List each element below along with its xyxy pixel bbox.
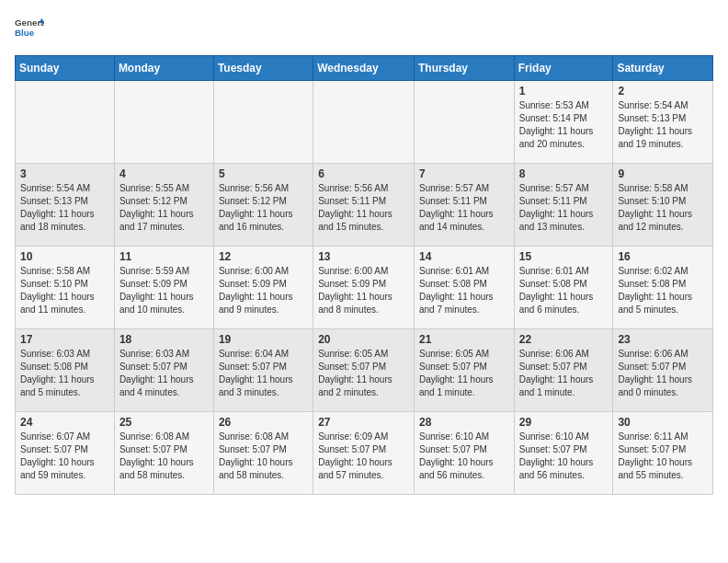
calendar-cell: 19Sunrise: 6:04 AMSunset: 5:07 PMDayligh… (213, 329, 313, 412)
day-number: 14 (419, 250, 509, 263)
calendar-week-row: 1Sunrise: 5:53 AMSunset: 5:14 PMDaylight… (16, 81, 713, 164)
day-info: Sunrise: 6:04 AMSunset: 5:07 PMDaylight:… (219, 348, 308, 399)
day-number: 16 (618, 250, 708, 263)
day-number: 27 (318, 416, 409, 429)
calendar-cell: 6Sunrise: 5:56 AMSunset: 5:11 PMDaylight… (313, 164, 415, 247)
calendar-week-row: 3Sunrise: 5:54 AMSunset: 5:13 PMDaylight… (16, 164, 713, 247)
day-info: Sunrise: 6:06 AMSunset: 5:07 PMDaylight:… (618, 348, 708, 399)
day-info: Sunrise: 6:05 AMSunset: 5:07 PMDaylight:… (419, 348, 509, 399)
day-info: Sunrise: 6:07 AMSunset: 5:07 PMDaylight:… (20, 431, 109, 482)
calendar-cell: 4Sunrise: 5:55 AMSunset: 5:12 PMDaylight… (114, 164, 213, 247)
calendar-cell: 10Sunrise: 5:58 AMSunset: 5:10 PMDayligh… (16, 247, 115, 329)
page-header: General Blue (15, 15, 713, 44)
calendar-cell: 5Sunrise: 5:56 AMSunset: 5:12 PMDaylight… (213, 164, 313, 247)
calendar-cell: 26Sunrise: 6:08 AMSunset: 5:07 PMDayligh… (213, 412, 313, 495)
day-number: 17 (20, 333, 109, 346)
calendar-cell: 16Sunrise: 6:02 AMSunset: 5:08 PMDayligh… (613, 247, 713, 329)
day-info: Sunrise: 6:08 AMSunset: 5:07 PMDaylight:… (219, 431, 308, 482)
calendar-body: 1Sunrise: 5:53 AMSunset: 5:14 PMDaylight… (16, 81, 713, 495)
day-info: Sunrise: 5:53 AMSunset: 5:14 PMDaylight:… (519, 99, 609, 151)
day-info: Sunrise: 6:10 AMSunset: 5:07 PMDaylight:… (519, 431, 609, 482)
calendar-cell: 20Sunrise: 6:05 AMSunset: 5:07 PMDayligh… (313, 329, 415, 412)
weekday-header: Sunday (16, 56, 115, 81)
calendar-cell: 13Sunrise: 6:00 AMSunset: 5:09 PMDayligh… (313, 247, 415, 329)
day-info: Sunrise: 6:00 AMSunset: 5:09 PMDaylight:… (318, 265, 409, 316)
day-number: 24 (20, 416, 109, 429)
day-number: 5 (219, 167, 308, 180)
weekday-row: SundayMondayTuesdayWednesdayThursdayFrid… (16, 56, 713, 81)
calendar-week-row: 10Sunrise: 5:58 AMSunset: 5:10 PMDayligh… (16, 247, 713, 329)
calendar-cell: 27Sunrise: 6:09 AMSunset: 5:07 PMDayligh… (313, 412, 415, 495)
day-number: 28 (419, 416, 509, 429)
calendar-cell: 18Sunrise: 6:03 AMSunset: 5:07 PMDayligh… (114, 329, 213, 412)
calendar-cell: 7Sunrise: 5:57 AMSunset: 5:11 PMDaylight… (414, 164, 514, 247)
day-info: Sunrise: 6:08 AMSunset: 5:07 PMDaylight:… (119, 431, 209, 482)
day-info: Sunrise: 5:57 AMSunset: 5:11 PMDaylight:… (419, 182, 509, 234)
day-number: 3 (20, 167, 109, 180)
day-number: 30 (618, 416, 708, 429)
day-info: Sunrise: 5:58 AMSunset: 5:10 PMDaylight:… (20, 265, 109, 316)
day-info: Sunrise: 6:09 AMSunset: 5:07 PMDaylight:… (318, 431, 409, 482)
day-number: 22 (519, 333, 609, 346)
day-number: 4 (119, 167, 209, 180)
day-number: 6 (318, 167, 409, 180)
day-info: Sunrise: 5:57 AMSunset: 5:11 PMDaylight:… (519, 182, 609, 234)
logo-icon: General Blue (15, 15, 44, 44)
calendar-cell (16, 81, 115, 164)
day-info: Sunrise: 5:59 AMSunset: 5:09 PMDaylight:… (119, 265, 209, 316)
calendar-cell: 8Sunrise: 5:57 AMSunset: 5:11 PMDaylight… (514, 164, 613, 247)
day-info: Sunrise: 6:05 AMSunset: 5:07 PMDaylight:… (318, 348, 409, 399)
day-number: 8 (519, 167, 609, 180)
calendar-cell: 30Sunrise: 6:11 AMSunset: 5:07 PMDayligh… (613, 412, 713, 495)
calendar-cell: 24Sunrise: 6:07 AMSunset: 5:07 PMDayligh… (16, 412, 115, 495)
day-info: Sunrise: 6:11 AMSunset: 5:07 PMDaylight:… (618, 431, 708, 482)
calendar-header: SundayMondayTuesdayWednesdayThursdayFrid… (16, 56, 713, 81)
day-number: 12 (219, 250, 308, 263)
calendar-cell: 23Sunrise: 6:06 AMSunset: 5:07 PMDayligh… (613, 329, 713, 412)
day-info: Sunrise: 6:01 AMSunset: 5:08 PMDaylight:… (519, 265, 609, 316)
weekday-header: Saturday (613, 56, 713, 81)
calendar-cell: 15Sunrise: 6:01 AMSunset: 5:08 PMDayligh… (514, 247, 613, 329)
day-number: 2 (618, 85, 708, 98)
day-number: 20 (318, 333, 409, 346)
day-number: 9 (618, 167, 708, 180)
day-number: 7 (419, 167, 509, 180)
day-info: Sunrise: 6:10 AMSunset: 5:07 PMDaylight:… (419, 431, 509, 482)
weekday-header: Tuesday (213, 56, 313, 81)
calendar-cell: 2Sunrise: 5:54 AMSunset: 5:13 PMDaylight… (613, 81, 713, 164)
day-info: Sunrise: 6:03 AMSunset: 5:07 PMDaylight:… (119, 348, 209, 399)
weekday-header: Monday (114, 56, 213, 81)
logo: General Blue (15, 15, 44, 44)
svg-text:Blue: Blue (15, 28, 35, 38)
calendar-cell: 11Sunrise: 5:59 AMSunset: 5:09 PMDayligh… (114, 247, 213, 329)
day-number: 11 (119, 250, 209, 263)
day-info: Sunrise: 5:56 AMSunset: 5:11 PMDaylight:… (318, 182, 409, 234)
svg-text:General: General (15, 17, 44, 28)
calendar-cell (114, 81, 213, 164)
calendar-cell: 9Sunrise: 5:58 AMSunset: 5:10 PMDaylight… (613, 164, 713, 247)
day-info: Sunrise: 5:54 AMSunset: 5:13 PMDaylight:… (618, 99, 708, 151)
calendar-week-row: 17Sunrise: 6:03 AMSunset: 5:08 PMDayligh… (16, 329, 713, 412)
calendar-cell (213, 81, 313, 164)
calendar-cell: 17Sunrise: 6:03 AMSunset: 5:08 PMDayligh… (16, 329, 115, 412)
calendar-cell (313, 81, 415, 164)
day-number: 21 (419, 333, 509, 346)
day-number: 1 (519, 85, 609, 98)
calendar-cell: 25Sunrise: 6:08 AMSunset: 5:07 PMDayligh… (114, 412, 213, 495)
day-number: 18 (119, 333, 209, 346)
calendar-cell: 14Sunrise: 6:01 AMSunset: 5:08 PMDayligh… (414, 247, 514, 329)
day-info: Sunrise: 5:55 AMSunset: 5:12 PMDaylight:… (119, 182, 209, 234)
day-number: 26 (219, 416, 308, 429)
day-info: Sunrise: 6:06 AMSunset: 5:07 PMDaylight:… (519, 348, 609, 399)
day-info: Sunrise: 5:54 AMSunset: 5:13 PMDaylight:… (20, 182, 109, 234)
day-number: 13 (318, 250, 409, 263)
calendar-cell: 22Sunrise: 6:06 AMSunset: 5:07 PMDayligh… (514, 329, 613, 412)
calendar-cell: 21Sunrise: 6:05 AMSunset: 5:07 PMDayligh… (414, 329, 514, 412)
calendar-table: SundayMondayTuesdayWednesdayThursdayFrid… (15, 55, 713, 495)
calendar-cell: 29Sunrise: 6:10 AMSunset: 5:07 PMDayligh… (514, 412, 613, 495)
weekday-header: Friday (514, 56, 613, 81)
day-info: Sunrise: 6:03 AMSunset: 5:08 PMDaylight:… (20, 348, 109, 399)
day-info: Sunrise: 5:56 AMSunset: 5:12 PMDaylight:… (219, 182, 308, 234)
calendar-week-row: 24Sunrise: 6:07 AMSunset: 5:07 PMDayligh… (16, 412, 713, 495)
weekday-header: Thursday (414, 56, 514, 81)
